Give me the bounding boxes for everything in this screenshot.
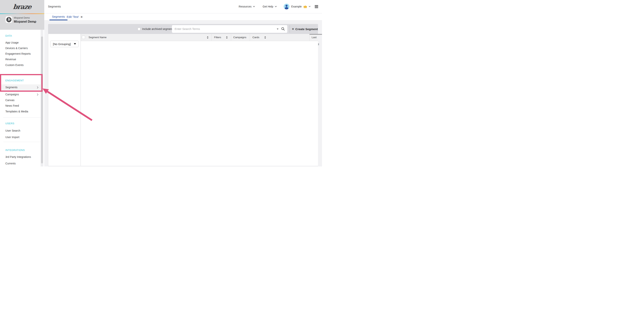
column-header-campaigns[interactable]: Campaigns: [233, 34, 246, 41]
select-caret-icon: [74, 43, 76, 45]
column-header-segment-name[interactable]: Segment Name: [88, 34, 106, 41]
sidebar-item-engagement-reports[interactable]: Engagement Reports: [0, 51, 41, 57]
sidebar-item-label: Currents: [5, 162, 16, 165]
tabs-bar: Segments Edit 'Test' ✖: [44, 14, 322, 21]
chevron-right-icon: [37, 93, 38, 96]
filter-bar-divider: [290, 25, 290, 33]
sidebar-item-templates-media[interactable]: Templates & Media: [0, 109, 41, 115]
user-name: Example: [291, 5, 302, 8]
braze-logo: braze: [13, 3, 32, 11]
sidebar-item-currents[interactable]: Currents: [0, 161, 41, 167]
chevron-down-icon: [275, 6, 277, 7]
search-placeholder: Enter Search Terms: [174, 25, 200, 33]
sidebar-section-title-users: USERS: [5, 121, 14, 126]
sort-icon[interactable]: [264, 36, 266, 39]
segments-filter-bar: Include archived segments Enter Search T…: [48, 24, 318, 34]
workspace-switcher[interactable]: b Mixpanel Demo Mixpanel Demo: [0, 14, 44, 30]
resources-menu[interactable]: Resources: [239, 5, 255, 8]
sidebar-item-label: Canvas: [5, 99, 14, 102]
sidebar-item-news-feed[interactable]: News Feed: [0, 103, 41, 109]
search-icon[interactable]: [281, 27, 285, 31]
sidebar: braze b Mixpanel Demo Mixpanel Demo DATA…: [0, 0, 44, 167]
sidebar-brand-header: braze: [0, 0, 44, 14]
chevron-down-icon: [253, 6, 255, 7]
page-title: Segments: [48, 0, 61, 13]
column-header-last-edited[interactable]: Last Edited: [312, 34, 319, 41]
tab-edit-test[interactable]: Edit 'Test' ✖: [67, 14, 82, 20]
user-menu[interactable]: Example: [284, 4, 310, 10]
table-bottom-border: [48, 166, 318, 166]
sidebar-section-title-engagement: ENGAGEMENT: [5, 78, 24, 84]
top-bar: Segments Resources Get Help: [44, 0, 322, 14]
main-content: Segments Resources Get Help: [44, 0, 322, 167]
sidebar-item-label: Campaigns: [5, 93, 19, 96]
sidebar-item-custom-events[interactable]: Custom Events: [0, 62, 41, 68]
sidebar-item-label: News Feed: [5, 104, 19, 107]
sidebar-item-user-import[interactable]: User Import: [0, 134, 41, 140]
get-help-label: Get Help: [262, 5, 273, 8]
group-by-panel: [No Grouping]: [48, 34, 81, 166]
sort-icon[interactable]: [207, 36, 208, 39]
sidebar-item-user-search[interactable]: User Search: [0, 128, 41, 134]
sidebar-item-label: User Import: [5, 136, 19, 139]
search-input[interactable]: Enter Search Terms: [172, 25, 287, 33]
search-dropdown-caret-icon[interactable]: [277, 29, 278, 30]
sidebar-nav: DATAApp UsageDevices & CarriersEngagemen…: [0, 30, 44, 167]
sidebar-item-label: Custom Events: [5, 64, 24, 67]
chevron-down-icon[interactable]: [34, 22, 36, 23]
top-bar-actions: Resources Get Help: [239, 0, 318, 13]
tab-segments[interactable]: Segments: [50, 14, 68, 20]
plus-icon: +: [292, 27, 294, 31]
include-archived-label: Include archived segments: [142, 28, 174, 31]
sidebar-item-campaigns[interactable]: Campaigns: [0, 92, 41, 97]
include-archived-control: Include archived segments: [138, 24, 174, 34]
sidebar-item-label: App Usage: [5, 41, 18, 44]
sidebar-item-label: Segments: [5, 86, 18, 89]
segments-table-body: [81, 41, 318, 166]
sidebar-item-3rd-party-integrations[interactable]: 3rd Party Integrations: [0, 154, 41, 160]
workspace-avatar-letter: b: [8, 18, 10, 21]
sidebar-divider: [3, 117, 41, 118]
sidebar-scrollbar-thumb[interactable]: [41, 37, 43, 163]
sidebar-item-label: Engagement Reports: [5, 52, 31, 55]
user-avatar: [284, 4, 290, 10]
sidebar-item-segments[interactable]: Segments: [0, 84, 41, 90]
chevron-down-icon: [309, 6, 310, 7]
hamburger-menu-icon[interactable]: [315, 5, 318, 8]
group-by-value: [No Grouping]: [50, 42, 74, 46]
column-header-filters[interactable]: Filters: [214, 34, 221, 41]
sidebar-item-label: Revenue: [5, 58, 16, 61]
sidebar-item-app-usage[interactable]: App Usage: [0, 40, 41, 46]
sidebar-item-label: Devices & Carriers: [5, 47, 28, 50]
table-header-row: Group By: Segment Name Filters Campaigns…: [48, 34, 318, 41]
crown-icon: [303, 5, 307, 8]
create-segment-button[interactable]: + Create Segment: [292, 24, 318, 34]
sidebar-item-devices-carriers[interactable]: Devices & Carriers: [0, 45, 41, 51]
sidebar-item-canvas[interactable]: Canvas: [0, 97, 41, 103]
tab-edit-label: Edit 'Test': [67, 14, 79, 20]
get-help-menu[interactable]: Get Help: [262, 5, 276, 8]
sort-icon[interactable]: [226, 36, 228, 39]
chevron-right-icon: [37, 86, 38, 89]
sidebar-item-label: 3rd Party Integrations: [5, 155, 31, 158]
sidebar-item-label: Templates & Media: [5, 110, 28, 113]
workspace-env-label: Mixpanel Demo: [14, 17, 30, 19]
resources-label: Resources: [239, 5, 252, 8]
sidebar-item-label: User Search: [5, 129, 20, 132]
sidebar-section-title-integrations: INTEGRATIONS: [5, 147, 25, 153]
workspace-avatar: b: [6, 16, 12, 23]
close-icon[interactable]: ✖: [80, 16, 82, 18]
braze-dashboard: braze b Mixpanel Demo Mixpanel Demo DATA…: [0, 0, 322, 167]
sidebar-section-title-data: DATA: [5, 33, 12, 39]
create-segment-label: Create Segment: [295, 28, 318, 31]
sidebar-item-revenue[interactable]: Revenue: [0, 56, 41, 62]
workspace-name: Mixpanel Demo: [14, 20, 36, 24]
column-header-cards[interactable]: Cards: [252, 34, 259, 41]
select-all-checkbox[interactable]: [82, 36, 85, 39]
group-by-select[interactable]: [No Grouping]: [50, 41, 78, 47]
include-archived-checkbox[interactable]: [138, 28, 140, 31]
